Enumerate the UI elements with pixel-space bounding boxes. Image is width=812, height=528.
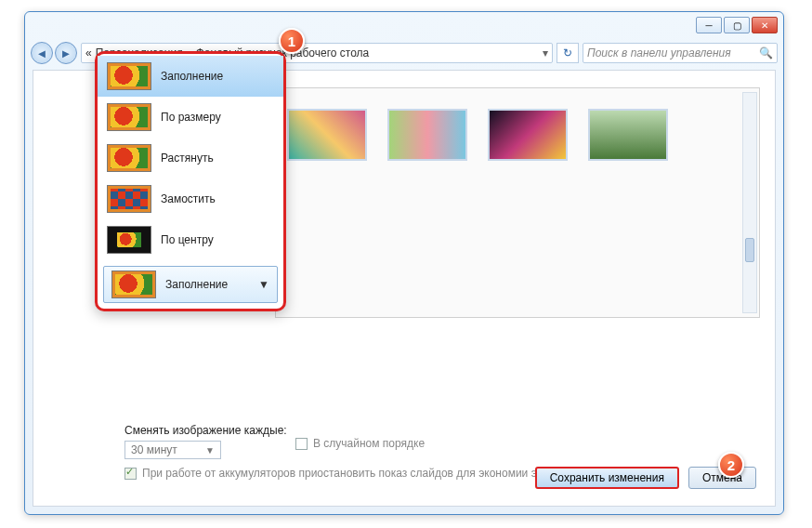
fit-option-fit[interactable]: По размеру	[98, 97, 283, 138]
search-input[interactable]: Поиск в панели управления 🔍	[583, 43, 778, 63]
refresh-button[interactable]: ↻	[557, 43, 579, 63]
fit-option-fill[interactable]: Заполнение	[98, 56, 283, 97]
fit-thumb-icon	[111, 271, 156, 298]
random-label: В случайном порядке	[313, 437, 425, 450]
fit-label: По центру	[161, 233, 214, 246]
fit-thumb-icon	[107, 62, 151, 90]
fit-current-label: Заполнение	[165, 278, 228, 291]
fit-thumb-icon	[107, 144, 151, 172]
fit-label: Замостить	[161, 192, 216, 205]
wallpaper-thumb[interactable]	[488, 109, 568, 161]
picture-position-dropdown[interactable]: Заполнение По размеру Растянуть Замостит…	[95, 51, 286, 311]
wallpaper-thumb[interactable]	[588, 109, 668, 161]
forward-button[interactable]: ►	[55, 42, 77, 64]
back-button[interactable]: ◄	[31, 42, 53, 64]
maximize-button[interactable]: ▢	[724, 17, 750, 33]
save-button[interactable]: Сохранить изменения	[535, 467, 679, 489]
fit-option-tile[interactable]: Замостить	[98, 178, 283, 219]
breadcrumb-chevron-icon: «	[85, 46, 92, 59]
fit-current-combobox[interactable]: Заполнение ▼	[103, 266, 278, 303]
fit-option-stretch[interactable]: Растянуть	[98, 138, 283, 178]
scrollbar[interactable]	[742, 92, 757, 313]
slideshow-settings: Сменять изображение каждые: 30 минут ▼ В…	[124, 424, 753, 459]
minimize-button[interactable]: ─	[696, 17, 722, 33]
save-label: Сохранить изменения	[550, 471, 664, 484]
fit-thumb-icon	[107, 226, 151, 254]
chevron-down-icon: ▼	[258, 278, 269, 291]
random-order-option[interactable]: В случайном порядке	[295, 437, 425, 450]
wallpaper-list[interactable]	[275, 87, 760, 318]
fit-label: Заполнение	[161, 70, 223, 83]
fit-thumb-icon	[107, 185, 151, 213]
checkbox-checked-icon[interactable]	[124, 468, 137, 480]
annotation-marker-2: 2	[718, 452, 744, 478]
wallpaper-thumb[interactable]	[387, 109, 467, 161]
checkbox-icon[interactable]	[295, 438, 308, 450]
interval-select[interactable]: 30 минут ▼	[124, 441, 221, 459]
titlebar: ─ ▢ ✕	[25, 12, 783, 38]
change-interval-label: Сменять изображение каждые:	[124, 424, 753, 437]
fit-label: По размеру	[161, 111, 221, 124]
fit-thumb-icon	[107, 103, 151, 131]
annotation-marker-1: 1	[279, 28, 305, 54]
fit-option-center[interactable]: По центру	[98, 219, 283, 260]
chevron-down-icon[interactable]: ▾	[543, 46, 548, 59]
close-button[interactable]: ✕	[752, 17, 778, 33]
scrollbar-thumb[interactable]	[745, 238, 754, 262]
search-icon[interactable]: 🔍	[759, 46, 773, 59]
fit-label: Растянуть	[161, 152, 214, 165]
chevron-down-icon: ▼	[205, 445, 215, 455]
wallpaper-thumb[interactable]	[287, 109, 367, 161]
interval-value: 30 минут	[131, 443, 177, 456]
search-placeholder: Поиск в панели управления	[587, 46, 731, 59]
